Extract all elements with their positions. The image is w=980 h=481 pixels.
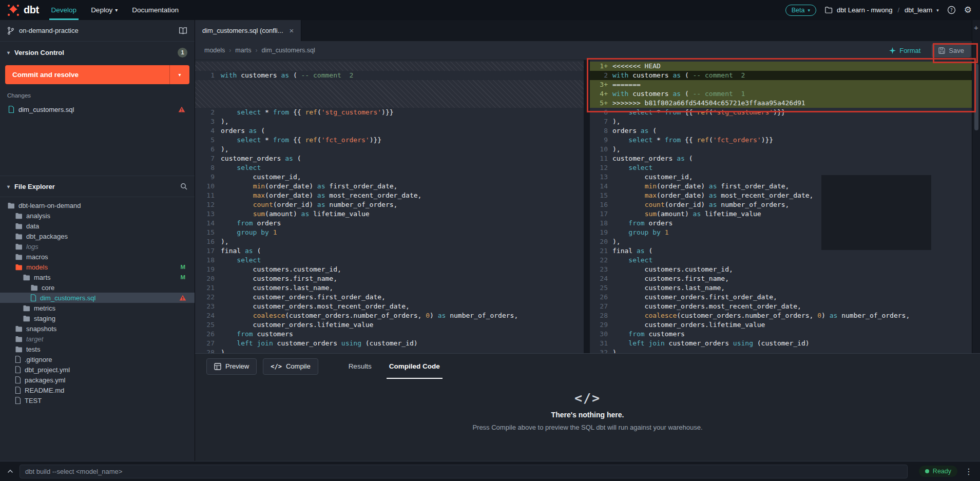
- code-line[interactable]: 13 sum(amount) as lifetime_value: [195, 209, 584, 219]
- code-line[interactable]: 27 left join customer_orders using (cust…: [195, 339, 584, 348]
- code-line[interactable]: 15 max(order_date) as most_recent_order_…: [590, 191, 972, 200]
- code-line[interactable]: 6 select * from {{ ref('stg_customers')}…: [590, 108, 972, 117]
- code-line[interactable]: 16 count(order_id) as number_of_orders,: [590, 200, 972, 209]
- code-line[interactable]: 9 customer_id,: [195, 172, 584, 182]
- code-line[interactable]: 5+>>>>>>> b81f802a66fd544504c65721e3ffaa…: [590, 99, 972, 108]
- code-line[interactable]: 13 customer_id,: [590, 172, 972, 182]
- pane-divider[interactable]: [584, 60, 590, 353]
- tree-item-dbt-packages[interactable]: dbt_packages: [0, 231, 195, 241]
- code-line[interactable]: 8 select: [195, 163, 584, 172]
- code-line[interactable]: 17final as (: [195, 246, 584, 256]
- account-switcher[interactable]: dbt Learn - mwong / dbt_learn ▾: [824, 6, 939, 14]
- git-branch-selector[interactable]: on-demand-practice: [0, 20, 195, 42]
- editor-pane-left[interactable]: 1with customers as ( -- comment 22 selec…: [195, 60, 584, 353]
- code-line[interactable]: 18 select: [195, 256, 584, 265]
- code-line[interactable]: 9 select * from {{ ref('fct_orders')}}: [590, 136, 972, 145]
- commit-and-resolve-button[interactable]: Commit and resolve ▾: [5, 65, 189, 84]
- breadcrumb-item[interactable]: models: [204, 47, 225, 54]
- tree-item-tests[interactable]: tests: [0, 344, 195, 354]
- code-line[interactable]: 15 group by 1: [195, 228, 584, 237]
- code-line[interactable]: 16),: [195, 237, 584, 246]
- code-line[interactable]: 24 customers.first_name,: [590, 274, 972, 283]
- compile-button[interactable]: </> Compile: [263, 358, 318, 375]
- breadcrumb-item[interactable]: marts: [235, 47, 251, 54]
- dbt-logo[interactable]: dbt: [0, 4, 44, 16]
- tree-item--gitignore[interactable]: .gitignore: [0, 354, 195, 364]
- code-line[interactable]: 28): [195, 348, 584, 353]
- tree-item-core[interactable]: core: [0, 282, 195, 293]
- code-line[interactable]: 8orders as (: [590, 126, 972, 136]
- code-line[interactable]: 19 group by 1: [590, 228, 972, 237]
- command-input[interactable]: dbt build --select <model_name>: [20, 465, 908, 478]
- code-line[interactable]: 7customer_orders as (: [195, 154, 584, 163]
- chevron-up-icon[interactable]: [7, 469, 13, 473]
- code-line[interactable]: 23 customers.customer_id,: [590, 265, 972, 274]
- code-line[interactable]: 1+<<<<<<< HEAD: [590, 62, 972, 71]
- code-line[interactable]: 20),: [590, 237, 972, 246]
- code-line[interactable]: 18 from orders: [590, 219, 972, 228]
- help-icon[interactable]: ?: [947, 6, 956, 14]
- code-line[interactable]: 31 left join customer_orders using (cust…: [590, 339, 972, 348]
- tree-item-dbt-learn-on-demand[interactable]: dbt-learn-on-demand: [0, 200, 195, 210]
- code-line[interactable]: 1with customers as ( -- comment 2: [195, 71, 584, 80]
- code-line[interactable]: 17 sum(amount) as lifetime_value: [590, 209, 972, 219]
- tree-item-macros[interactable]: macros: [0, 252, 195, 262]
- version-control-header[interactable]: ▾ Version Control 1: [0, 44, 195, 61]
- code-line[interactable]: 23 customer_orders.most_recent_order_dat…: [195, 302, 584, 311]
- editor-pane-right[interactable]: 1+<<<<<<< HEAD2with customers as ( -- co…: [590, 60, 972, 353]
- nav-documentation[interactable]: Documentation: [125, 0, 186, 20]
- tree-item-models[interactable]: modelsM: [0, 262, 195, 272]
- code-line[interactable]: 11 max(order_date) as most_recent_order_…: [195, 191, 584, 200]
- code-line[interactable]: 26 from customers: [195, 330, 584, 339]
- tree-item-data[interactable]: data: [0, 221, 195, 231]
- code-line[interactable]: 21final as (: [590, 246, 972, 256]
- plus-icon[interactable]: +: [972, 23, 980, 32]
- close-icon[interactable]: ×: [290, 27, 294, 34]
- nav-develop[interactable]: Develop: [44, 0, 84, 20]
- tree-item-readme-md[interactable]: README.md: [0, 385, 195, 395]
- tab-results[interactable]: Results: [340, 354, 380, 379]
- code-line[interactable]: 22 customer_orders.first_order_date,: [195, 293, 584, 302]
- scrollbar-thumb[interactable]: [974, 64, 978, 130]
- code-line[interactable]: 20 customers.first_name,: [195, 274, 584, 283]
- code-line[interactable]: 6),: [195, 145, 584, 154]
- code-line[interactable]: 26 customer_orders.first_order_date,: [590, 293, 972, 302]
- tree-item-dim-customers-sql[interactable]: dim_customers.sql: [0, 293, 195, 303]
- code-line[interactable]: 30 from customers: [590, 330, 972, 339]
- code-line[interactable]: 29 customer_orders.lifetime_value: [590, 320, 972, 330]
- code-line[interactable]: 7),: [590, 117, 972, 126]
- tree-item-metrics[interactable]: metrics: [0, 303, 195, 313]
- format-button[interactable]: Format: [889, 47, 920, 54]
- code-line[interactable]: 2 select * from {{ ref('stg_customers')}…: [195, 108, 584, 117]
- commit-dropdown-toggle[interactable]: ▾: [169, 65, 189, 84]
- beta-toggle[interactable]: Beta ▾: [785, 5, 816, 16]
- tree-item-logs[interactable]: logs: [0, 241, 195, 252]
- tree-item-test[interactable]: TEST: [0, 395, 195, 406]
- code-line[interactable]: 10 min(order_date) as first_order_date,: [195, 182, 584, 191]
- code-line[interactable]: 12 select: [590, 163, 972, 172]
- code-line[interactable]: 27 customer_orders.most_recent_order_dat…: [590, 302, 972, 311]
- code-line[interactable]: 3),: [195, 117, 584, 126]
- gear-icon[interactable]: ⚙: [964, 6, 972, 14]
- code-line[interactable]: 10),: [590, 145, 972, 154]
- tab-dim-customers[interactable]: dim_customers.sql (confli... ×: [195, 20, 301, 41]
- code-line[interactable]: 14 from orders: [195, 219, 584, 228]
- code-line[interactable]: 24 coalesce(customer_orders.number_of_or…: [195, 311, 584, 320]
- nav-deploy[interactable]: Deploy▾: [84, 0, 125, 20]
- code-line[interactable]: 5 select * from {{ ref('fct_orders')}}: [195, 136, 584, 145]
- code-line[interactable]: 2with customers as ( -- comment 2: [590, 71, 972, 80]
- editor-scrollbar[interactable]: +: [972, 20, 980, 353]
- code-line[interactable]: 4+with customers as ( -- comment 1: [590, 89, 972, 99]
- file-explorer-header[interactable]: ▾ File Explorer: [0, 176, 195, 197]
- tree-item-marts[interactable]: martsM: [0, 272, 195, 282]
- code-line[interactable]: 12 count(order_id) as number_of_orders,: [195, 200, 584, 209]
- tree-item-packages-yml[interactable]: packages.yml: [0, 375, 195, 385]
- code-line[interactable]: 25 customers.last_name,: [590, 283, 972, 293]
- code-line[interactable]: 32): [590, 348, 972, 353]
- code-line[interactable]: 14 min(order_date) as first_order_date,: [590, 182, 972, 191]
- code-line[interactable]: 21 customers.last_name,: [195, 283, 584, 293]
- breadcrumb-item[interactable]: dim_customers.sql: [262, 47, 315, 54]
- tree-item-analysis[interactable]: analysis: [0, 210, 195, 221]
- code-line[interactable]: 25 customer_orders.lifetime_value: [195, 320, 584, 330]
- tree-item-snapshots[interactable]: snapshots: [0, 323, 195, 334]
